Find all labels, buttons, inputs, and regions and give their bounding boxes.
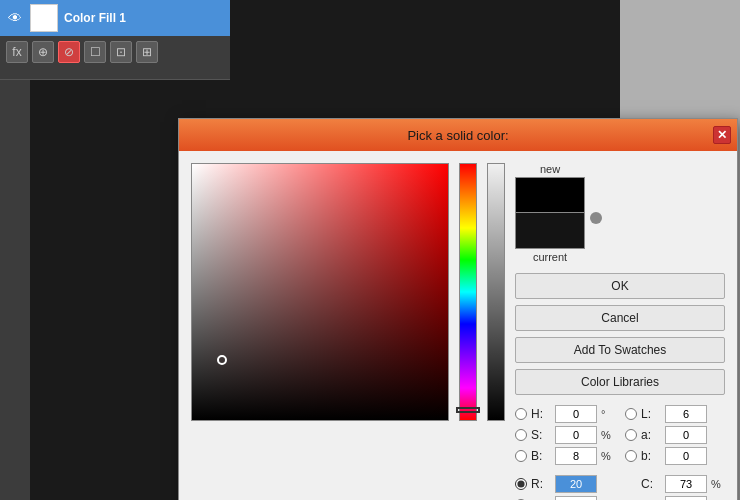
lab-cmyk-fields: L: a: b: C: xyxy=(625,405,725,500)
label-a: a: xyxy=(641,428,661,442)
layer-style-button[interactable]: ☐ xyxy=(84,41,106,63)
input-S[interactable] xyxy=(555,426,597,444)
hue-slider[interactable] xyxy=(459,163,477,421)
hue-slider-wrap xyxy=(459,163,477,421)
layer-name: Color Fill 1 xyxy=(64,11,126,25)
cancel-button[interactable]: Cancel xyxy=(515,305,725,331)
fields-area: H: ° S: % B: % xyxy=(515,405,725,500)
radio-a[interactable] xyxy=(625,429,637,441)
layer-thumbnail xyxy=(30,4,58,32)
dialog-title: Pick a solid color: xyxy=(407,128,508,143)
field-b-lab: b: xyxy=(625,447,725,465)
fill-button[interactable]: ⊘ xyxy=(58,41,80,63)
color-picker-cursor xyxy=(217,355,227,365)
dialog-close-button[interactable]: ✕ xyxy=(713,126,731,144)
layer-panel: 👁 Color Fill 1 fx ⊕ ⊘ ☐ ⊡ ⊞ xyxy=(0,0,230,80)
hsb-rgb-fields: H: ° S: % B: % xyxy=(515,405,615,500)
right-panel: new current OK Cancel Add To Swatches Co… xyxy=(515,163,725,500)
input-C[interactable] xyxy=(665,475,707,493)
label-C: C: xyxy=(641,477,661,491)
field-L: L: xyxy=(625,405,725,423)
spacer xyxy=(515,468,615,472)
preview-color-boxes: new current xyxy=(515,163,585,263)
input-L[interactable] xyxy=(665,405,707,423)
unit-S: % xyxy=(601,429,615,441)
spacer2 xyxy=(625,468,725,472)
field-C: C: % xyxy=(625,475,725,493)
input-H[interactable] xyxy=(555,405,597,423)
fx-button[interactable]: fx xyxy=(6,41,28,63)
preview-current-color xyxy=(515,213,585,249)
radio-b-lab[interactable] xyxy=(625,450,637,462)
radio-R[interactable] xyxy=(515,478,527,490)
add-to-swatches-button[interactable]: Add To Swatches xyxy=(515,337,725,363)
input-M[interactable] xyxy=(665,496,707,500)
field-B-hsb: B: % xyxy=(515,447,615,465)
field-S: S: % xyxy=(515,426,615,444)
label-S: S: xyxy=(531,428,551,442)
preview-new-color xyxy=(515,177,585,213)
field-G: G: xyxy=(515,496,615,500)
ok-button[interactable]: OK xyxy=(515,273,725,299)
side-toolbar xyxy=(0,80,30,500)
new-layer-button[interactable]: ⊞ xyxy=(136,41,158,63)
button-row: OK Cancel Add To Swatches Color Librarie… xyxy=(515,273,725,395)
label-H: H: xyxy=(531,407,551,421)
alpha-slider[interactable] xyxy=(487,163,505,421)
group-button[interactable]: ⊡ xyxy=(110,41,132,63)
color-field-wrap xyxy=(191,163,449,421)
new-label: new xyxy=(515,163,585,177)
radio-L[interactable] xyxy=(625,408,637,420)
field-R: R: xyxy=(515,475,615,493)
layer-toolbar: fx ⊕ ⊘ ☐ ⊡ ⊞ xyxy=(0,36,230,68)
unit-C: % xyxy=(711,478,725,490)
label-L: L: xyxy=(641,407,661,421)
input-a[interactable] xyxy=(665,426,707,444)
color-picker-dialog: Pick a solid color: ✕ new xyxy=(178,118,738,500)
radio-S[interactable] xyxy=(515,429,527,441)
color-gradient-field[interactable] xyxy=(191,163,449,421)
dialog-titlebar: Pick a solid color: ✕ xyxy=(179,119,737,151)
input-b-lab[interactable] xyxy=(665,447,707,465)
radio-H[interactable] xyxy=(515,408,527,420)
layer-visibility-icon[interactable]: 👁 xyxy=(6,9,24,27)
unit-H: ° xyxy=(601,408,615,420)
input-G[interactable] xyxy=(555,496,597,500)
preview-section: new current xyxy=(515,163,725,263)
field-H: H: ° xyxy=(515,405,615,423)
input-B-hsb[interactable] xyxy=(555,447,597,465)
preview-icon-col xyxy=(589,163,603,263)
label-B-hsb: B: xyxy=(531,449,551,463)
alpha-slider-wrap xyxy=(487,163,505,421)
field-M: M: % xyxy=(625,496,725,500)
current-label: current xyxy=(515,249,585,263)
radio-B-hsb[interactable] xyxy=(515,450,527,462)
input-R[interactable] xyxy=(555,475,597,493)
layer-row: 👁 Color Fill 1 xyxy=(0,0,230,36)
label-R: R: xyxy=(531,477,551,491)
unit-B-hsb: % xyxy=(601,450,615,462)
color-libraries-button[interactable]: Color Libraries xyxy=(515,369,725,395)
dialog-body: new current OK Cancel Add To Swatches Co… xyxy=(179,151,737,500)
eyedropper-icon[interactable] xyxy=(590,212,602,224)
field-a: a: xyxy=(625,426,725,444)
label-b-lab: b: xyxy=(641,449,661,463)
add-mask-button[interactable]: ⊕ xyxy=(32,41,54,63)
